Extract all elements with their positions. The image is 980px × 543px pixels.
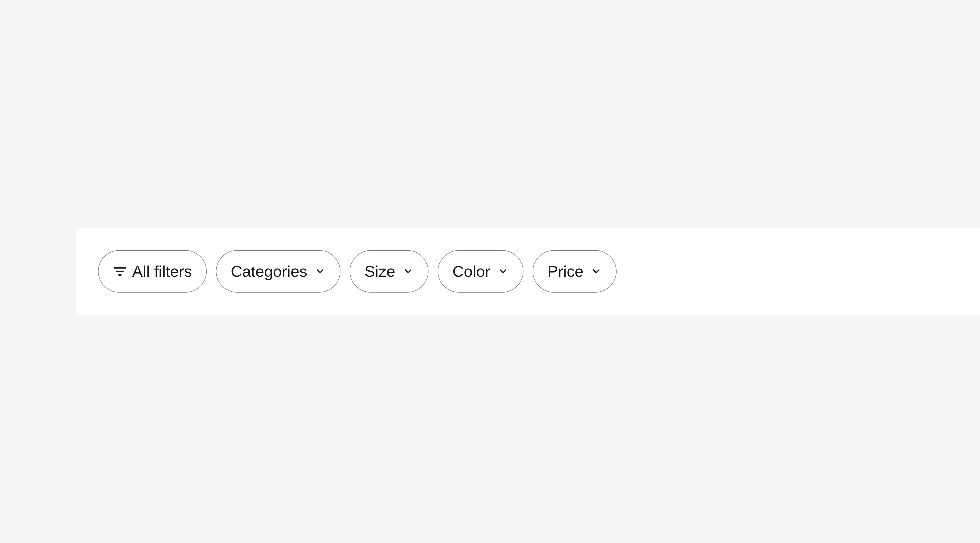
filter-chip-label: Size <box>364 263 395 279</box>
filter-chip-label: Price <box>547 263 584 279</box>
all-filters-button[interactable]: All filters <box>98 250 207 293</box>
filter-chip-label: Categories <box>231 263 307 279</box>
filter-chip-label: Color <box>452 263 490 279</box>
filter-bar: All filters Categories Size Color Price <box>76 228 980 315</box>
all-filters-label: All filters <box>132 263 192 279</box>
chevron-down-icon <box>497 266 509 277</box>
chevron-down-icon <box>402 266 414 277</box>
chevron-down-icon <box>590 266 602 277</box>
filter-icon <box>113 264 127 279</box>
chevron-down-icon <box>314 266 326 277</box>
filter-chip-size[interactable]: Size <box>350 250 428 293</box>
filter-chip-color[interactable]: Color <box>438 250 523 293</box>
filter-chip-price[interactable]: Price <box>533 250 617 293</box>
filter-chip-categories[interactable]: Categories <box>216 250 340 293</box>
